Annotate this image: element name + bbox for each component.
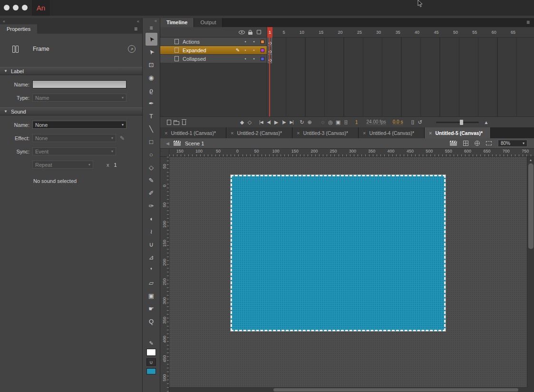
sound-section-header[interactable]: ▼ Sound <box>0 107 142 115</box>
zoom-select[interactable]: 80% ▾ <box>498 140 527 147</box>
current-frame-display[interactable]: 1 <box>355 120 358 125</box>
layer-name[interactable]: Expanded <box>183 48 234 53</box>
zoom-tool[interactable]: Q <box>146 315 157 328</box>
camera-tool[interactable]: ▣ <box>146 289 157 302</box>
edit-effect-pencil-icon[interactable]: ✎ <box>120 135 125 142</box>
fluid-brush-tool[interactable]: ✐ <box>146 187 157 200</box>
layer-lock-dot[interactable]: • <box>250 39 258 44</box>
reset-timeline-zoom-button[interactable]: ↺ <box>416 118 424 126</box>
line-tool[interactable]: ╲ <box>146 123 157 135</box>
back-button[interactable]: ◀ <box>166 141 169 146</box>
vertical-scrollbar-thumb[interactable] <box>528 163 534 249</box>
close-window-button[interactable] <box>4 5 10 10</box>
document-tab[interactable]: × Untitled-1 (Canvas)* <box>160 127 226 138</box>
stroke-color-swatch[interactable] <box>146 349 156 356</box>
fill-color-swatch[interactable] <box>146 368 156 374</box>
step-back-button[interactable]: ◀| <box>265 118 272 126</box>
repeat-times-value[interactable]: 1 <box>114 162 117 168</box>
timeline-tab[interactable]: Output <box>194 18 223 27</box>
width-tool[interactable]: ◖ <box>146 212 157 225</box>
free-transform-tool[interactable]: ⊡ <box>146 58 157 71</box>
step-forward-button[interactable]: |▶ <box>280 118 288 126</box>
layer-name[interactable]: Collapsed <box>183 56 234 62</box>
selection-tool[interactable]: ➤ <box>146 33 157 46</box>
stage-canvas[interactable] <box>231 175 446 331</box>
close-tab-icon[interactable]: × <box>231 130 233 136</box>
layer-visibility-dot[interactable]: • <box>241 57 250 61</box>
scroll-up-icon[interactable]: ▲ <box>527 158 534 162</box>
collapse-panel-icon[interactable]: « <box>3 19 5 24</box>
edit-scene-icon[interactable] <box>450 141 457 146</box>
layer-visibility-dot[interactable]: • <box>241 39 250 44</box>
label-section-header[interactable]: ▼ Label <box>0 67 142 75</box>
zoom-window-button[interactable] <box>22 5 28 10</box>
polystar-tool[interactable]: ◇ <box>146 161 157 174</box>
delete-layer-button[interactable] <box>180 118 188 126</box>
timeline-layer[interactable]: Actions ✎ • • <box>160 38 267 46</box>
lasso-tool[interactable]: ϱ <box>146 84 157 97</box>
layer-lock-dot[interactable]: • <box>250 57 258 61</box>
center-frame-button[interactable]: ⊕ <box>306 118 313 126</box>
horizontal-scrollbar[interactable] <box>169 387 527 392</box>
document-tab[interactable]: × Untitled-4 (Canvas)* <box>359 127 425 138</box>
document-tab[interactable]: × Untitled-5 (Canvas)* <box>425 127 491 138</box>
subselection-tool[interactable]: ➤ <box>146 46 157 58</box>
slider-handle[interactable] <box>460 120 463 125</box>
help-icon[interactable]: ➔ <box>128 45 136 53</box>
oval-tool[interactable]: ○ <box>146 148 157 161</box>
lock-icon[interactable] <box>248 32 252 35</box>
layer-outline-color[interactable] <box>261 57 264 61</box>
tools-menu-icon[interactable]: ≡ <box>149 24 153 32</box>
minimize-window-button[interactable] <box>13 5 19 10</box>
play-button[interactable]: ▶ <box>272 118 280 126</box>
onion-skin-button[interactable]: ◌ <box>319 118 327 126</box>
eye-icon[interactable] <box>239 30 245 34</box>
timeline-tab[interactable]: Timeline <box>160 18 194 27</box>
vertical-scrollbar[interactable]: ▲ <box>527 157 534 387</box>
insert-keyframe-button[interactable]: ◆ <box>238 118 246 126</box>
new-folder-button[interactable] <box>173 118 180 126</box>
go-last-frame-button[interactable]: ▶| <box>288 118 295 126</box>
sound-name-dropdown[interactable]: None ▾ <box>32 121 126 129</box>
collapse-panel-icon[interactable]: « <box>137 19 139 24</box>
onion-outlines-button[interactable]: ◎ <box>327 118 334 126</box>
layer-name[interactable]: Actions <box>183 39 234 45</box>
eyedropper-tool[interactable]: ❜ <box>146 264 157 277</box>
tab-properties[interactable]: Properties <box>0 24 37 34</box>
rectangle-tool[interactable]: □ <box>146 135 157 148</box>
resize-frame-view-icon[interactable]: ▲ <box>484 120 488 125</box>
panel-menu-icon[interactable]: ≡ <box>129 26 142 32</box>
sound-effect-dropdown[interactable]: None ▾ <box>32 134 116 142</box>
close-tab-icon[interactable]: × <box>363 130 366 136</box>
label-name-input[interactable] <box>32 80 126 88</box>
text-tool[interactable]: T <box>146 110 157 123</box>
layer-outline-color[interactable] <box>261 48 264 52</box>
frame-grid[interactable] <box>267 38 534 116</box>
new-layer-button[interactable] <box>165 118 173 126</box>
layer-outline-color[interactable] <box>261 40 264 44</box>
edit-multiple-frames-button[interactable]: ▣ <box>334 118 342 126</box>
document-tab[interactable]: × Untitled-2 (Canvas)* <box>226 127 292 138</box>
modify-markers-button[interactable]: [·] <box>342 118 350 126</box>
ink-bottle-tool[interactable]: ⊿ <box>146 251 157 264</box>
classic-brush-tool[interactable]: ✑ <box>146 200 157 212</box>
pasteboard[interactable] <box>169 157 527 387</box>
close-tab-icon[interactable]: × <box>297 130 300 136</box>
timeline-zoom-slider[interactable] <box>436 122 479 123</box>
sound-sync-dropdown[interactable]: Event ▾ <box>32 147 116 155</box>
collapse-panel-icon[interactable]: « <box>155 18 160 24</box>
center-stage-icon[interactable] <box>475 141 480 146</box>
bone-tool[interactable]: ≀ <box>146 225 157 238</box>
go-first-frame-button[interactable]: |◀ <box>257 118 265 126</box>
fps-display[interactable]: 24.00 fps <box>367 119 386 125</box>
close-tab-icon[interactable]: × <box>429 130 432 136</box>
insert-blank-keyframe-button[interactable]: ◇ <box>246 118 253 126</box>
asset-warp-tool[interactable]: ◉ <box>146 71 157 84</box>
eraser-tool[interactable]: ▱ <box>146 277 157 289</box>
layer-visibility-dot[interactable]: • <box>241 48 250 53</box>
document-tab[interactable]: × Untitled-3 (Canvas)* <box>292 127 359 138</box>
pencil-tool[interactable]: ✎ <box>146 174 157 187</box>
layer-lock-dot[interactable]: • <box>250 48 258 53</box>
clip-content-icon[interactable] <box>486 141 492 145</box>
outline-square-icon[interactable] <box>257 30 261 34</box>
